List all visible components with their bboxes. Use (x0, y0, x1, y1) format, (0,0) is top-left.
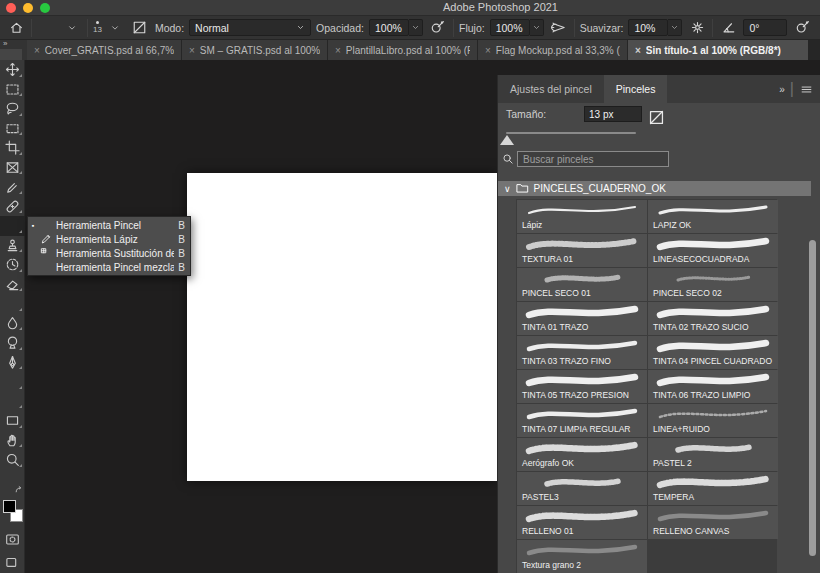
pressure-size-icon[interactable] (792, 18, 812, 38)
brush-preset[interactable]: TINTA 05 TRAZO PRESION (517, 370, 647, 403)
brush-preset[interactable]: Textura grano 2 (517, 540, 647, 573)
brush-preset[interactable]: TEMPERA (648, 472, 778, 505)
tool-clone-stamp[interactable] (0, 236, 25, 256)
airbrush-icon[interactable] (549, 18, 569, 38)
tool-object-selection[interactable] (0, 119, 25, 139)
close-window-button[interactable] (6, 3, 16, 13)
brush-size-slider-track[interactable] (506, 132, 636, 134)
tool-history-brush[interactable] (0, 255, 25, 275)
tool-eyedropper[interactable] (0, 177, 25, 197)
flyout-item-colorreplace[interactable]: Herramienta Sustitución de colorB (28, 246, 190, 260)
brush-preset[interactable]: Aerógrafo OK (517, 438, 647, 471)
brush-preset[interactable]: RELLENO 01 (517, 506, 647, 539)
brush-preset[interactable]: TINTA 03 TRAZO FINO (517, 336, 647, 369)
pressure-opacity-icon[interactable] (428, 18, 448, 38)
swap-colors-icon[interactable] (13, 484, 24, 495)
screen-mode-button[interactable] (0, 554, 25, 569)
tab-brush-settings[interactable]: Ajustes del pincel (498, 75, 604, 103)
tool-eraser[interactable] (0, 275, 25, 295)
tool-brush[interactable] (0, 216, 25, 236)
brush-preset[interactable]: RELLENO CANVAS (648, 506, 778, 539)
brush-preset[interactable]: TINTA 01 TRAZO (517, 302, 647, 335)
brush-preset[interactable]: TINTA 04 PINCEL CUADRADO (648, 336, 778, 369)
toolbar-collapse-icon[interactable]: » (3, 39, 6, 48)
zoom-window-button[interactable] (40, 3, 50, 13)
brush-preset[interactable]: PASTEL 2 (648, 438, 778, 471)
divider (31, 19, 32, 37)
brush-preset[interactable]: PINCEL SECO 01 (517, 268, 647, 301)
home-icon[interactable] (6, 18, 26, 38)
brush-preset[interactable]: LINEASECOCUADRADA (648, 234, 778, 267)
brush-preset[interactable]: PINCEL SECO 02 (648, 268, 778, 301)
tool-zoom[interactable] (0, 450, 25, 470)
tool-move[interactable] (0, 60, 25, 80)
opacity-value-box[interactable]: 100% (369, 19, 409, 36)
brush-angle-value-box[interactable]: 0° (743, 19, 787, 36)
quick-mask-button[interactable] (0, 532, 25, 547)
smoothing-chevron-icon[interactable] (668, 19, 682, 36)
toggle-brush-settings-panel-icon[interactable] (130, 18, 150, 38)
brush-search-input[interactable] (517, 151, 669, 167)
brush-picker-chevron-icon[interactable] (105, 18, 125, 38)
close-tab-icon[interactable]: × (635, 45, 641, 56)
foreground-color-swatch[interactable] (3, 500, 16, 513)
document-tab[interactable]: ×SM – GRATIS.psd al 100% (M… (182, 40, 328, 60)
flyout-item-brush[interactable]: ▪Herramienta PincelB (28, 218, 190, 232)
brush-preset-picker[interactable]: 13 (93, 18, 125, 38)
brush-stroke-preview (652, 269, 774, 287)
close-tab-icon[interactable]: × (189, 45, 195, 56)
tool-crop[interactable] (0, 138, 25, 158)
brush-preset[interactable]: TINTA 06 TRAZO LIMPIO (648, 370, 778, 403)
tool-lasso[interactable] (0, 99, 25, 119)
toolbar-grip[interactable] (0, 49, 22, 60)
brush-size-input[interactable] (584, 106, 642, 122)
brush-settings-toggle-icon[interactable] (648, 109, 665, 126)
flyout-item-pencil[interactable]: Herramienta LápizB (28, 232, 190, 246)
tool-rectangular-marquee[interactable] (0, 80, 25, 100)
panel-scrollbar[interactable] (809, 240, 816, 556)
tool-pen[interactable] (0, 353, 25, 373)
tool-preset-chevron-icon[interactable] (62, 18, 82, 38)
brush-preset[interactable]: TEXTURA 01 (517, 234, 647, 267)
document-tab[interactable]: ×Flag Mockup.psd al 33,3% (M… (478, 40, 628, 60)
close-tab-icon[interactable]: × (34, 45, 40, 56)
flow-chevron-icon[interactable] (530, 19, 544, 36)
tool-path-selection[interactable] (0, 392, 25, 412)
close-tab-icon[interactable]: × (335, 45, 341, 56)
document-canvas[interactable] (187, 173, 497, 481)
brush-preset[interactable]: TINTA 07 LIMPIA REGULAR (517, 404, 647, 437)
close-tab-icon[interactable]: × (485, 45, 491, 56)
flow-value-box[interactable]: 100% (490, 19, 530, 36)
brush-preset[interactable]: PASTEL3 (517, 472, 647, 505)
brush-preset[interactable]: TINTA 02 TRAZO SUCIO (648, 302, 778, 335)
minimize-window-button[interactable] (23, 3, 33, 13)
tool-rectangle-shape[interactable] (0, 411, 25, 431)
document-tab-active[interactable]: ×Sin título-1 al 100% (RGB/8*) (628, 40, 809, 60)
smoothing-options-gear-icon[interactable] (687, 18, 707, 38)
group-expand-chevron-icon[interactable]: ∨ (504, 184, 511, 194)
flyout-item-mixer[interactable]: Herramienta Pincel mezcladorB (28, 260, 190, 274)
tool-hand[interactable] (0, 431, 25, 451)
collapse-panel-icon[interactable]: » (779, 84, 784, 95)
tool-dodge[interactable] (0, 333, 25, 353)
tool-type[interactable]: T (0, 372, 25, 392)
brush-group-header[interactable]: ∨ PINCELES_CUADERNO_OK (498, 181, 811, 196)
default-colors-icon[interactable] (1, 484, 12, 495)
tool-frame[interactable] (0, 158, 25, 178)
brush-tool-icon[interactable] (37, 18, 57, 38)
document-tab[interactable]: ×PlantillaLibro.psd al 100% (F… (328, 40, 478, 60)
brush-preset[interactable]: LAPIZ OK (648, 200, 778, 233)
document-tab[interactable]: ×Cover_GRATIS.psd al 66,7% (… (27, 40, 182, 60)
opacity-chevron-icon[interactable] (409, 19, 423, 36)
panel-menu-icon[interactable] (800, 83, 813, 96)
document-tab-label: Cover_GRATIS.psd al 66,7% (… (45, 45, 174, 56)
tab-brushes[interactable]: Pinceles (604, 75, 668, 103)
brush-preset[interactable]: Lápiz (517, 200, 647, 233)
tool-blur[interactable] (0, 314, 25, 334)
smoothing-value-box[interactable]: 10% (628, 19, 668, 36)
tool-spot-healing-brush[interactable] (0, 197, 25, 217)
brush-preset[interactable]: LINEA+RUIDO (648, 404, 778, 437)
tool-gradient[interactable] (0, 294, 25, 314)
brush-size-slider-thumb[interactable] (500, 135, 514, 145)
blend-mode-select[interactable]: Normal (189, 19, 311, 36)
